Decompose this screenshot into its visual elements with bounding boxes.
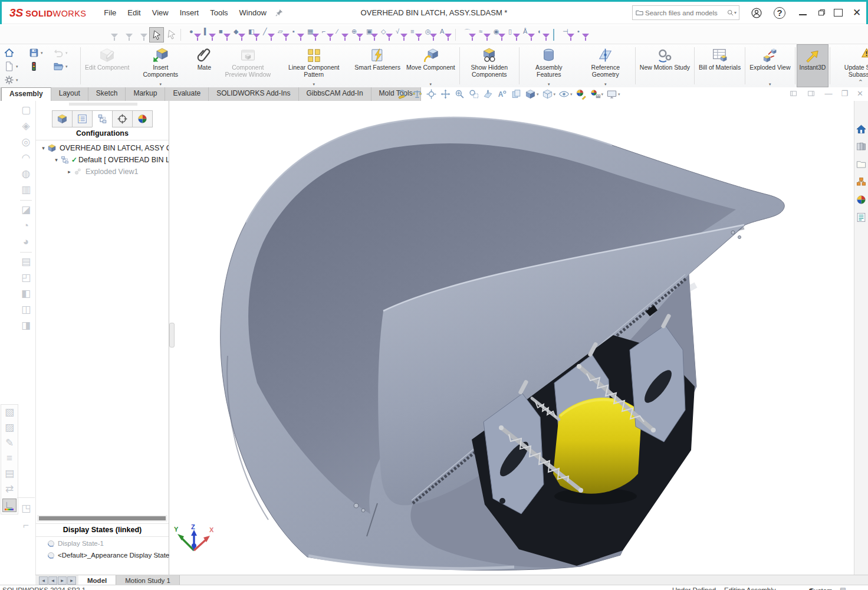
filter-icon[interactable]: ◇ — [380, 27, 394, 42]
toolbar-icon[interactable]: ∟ — [2, 499, 17, 512]
feature-manager-tab[interactable] — [72, 110, 93, 127]
toolbar-icon[interactable]: ▧ — [5, 407, 14, 419]
ribbon-button[interactable]: Bill of Materials — [696, 44, 744, 87]
expand-icon[interactable]: ▸ — [65, 169, 73, 175]
ribbon-button[interactable]: Mate — [189, 44, 219, 87]
minimize-button[interactable] — [794, 5, 811, 20]
filter-icon[interactable] — [149, 27, 164, 42]
toolbar-icon[interactable]: ◪ — [21, 204, 31, 217]
toolbar-icon[interactable]: ▥ — [21, 184, 31, 196]
filter-icon[interactable]: ◧ — [247, 27, 262, 42]
command-tab[interactable]: Sketch — [88, 87, 126, 101]
ribbon-button[interactable]: New Motion Study — [637, 44, 693, 87]
ribbon-button[interactable] — [745, 47, 745, 84]
filter-icon[interactable]: ◉ — [492, 27, 507, 42]
display-state-row[interactable]: <Default>_Appearance Display State — [36, 549, 169, 561]
search-dropdown-icon[interactable]: ▾ — [734, 10, 737, 15]
filter-icon[interactable] — [180, 29, 186, 41]
panel-grab-handle[interactable] — [169, 323, 175, 348]
command-tab[interactable]: Layout — [51, 87, 88, 101]
quick-access-button[interactable]: ▾ — [53, 61, 73, 72]
pin-menu-icon[interactable] — [275, 8, 284, 17]
ribbon-button[interactable] — [635, 47, 636, 84]
search-input[interactable] — [644, 9, 726, 17]
toolbar-icon[interactable]: ≡ — [6, 453, 12, 465]
feature-manager-tab[interactable] — [112, 110, 133, 127]
filter-icon[interactable] — [164, 27, 179, 42]
ribbon-button[interactable]: Component Preview Window — [219, 44, 276, 87]
tree-row[interactable]: ▾ ✓ Default [ OVERHEAD BIN LATC — [36, 154, 169, 166]
toolbar-icon[interactable]: ▨ — [5, 422, 14, 434]
display-state-row[interactable]: Display State-1 — [36, 537, 169, 549]
ribbon-button[interactable]: Reference Geometry — [577, 44, 634, 87]
filter-icon[interactable]: ▪ — [291, 27, 306, 42]
toolbar-icon[interactable]: ◨ — [21, 320, 31, 332]
menu-item[interactable]: View — [152, 8, 169, 17]
expand-icon[interactable]: ▾ — [52, 157, 60, 163]
headsup-button[interactable] — [396, 88, 410, 100]
ribbon-button[interactable]: Show Hidden Components — [461, 44, 518, 87]
panel-splitter[interactable] — [37, 515, 167, 522]
toolbar-icon[interactable]: ◕ — [23, 236, 29, 248]
feature-manager-tab[interactable] — [132, 110, 153, 127]
menu-item[interactable]: Insert — [180, 8, 199, 17]
graphics-viewport[interactable]: Y Z X — [169, 101, 854, 575]
maximize-button[interactable] — [829, 5, 847, 20]
filter-icon[interactable]: ╱ — [262, 27, 277, 42]
filter-icon[interactable] — [134, 27, 149, 42]
filter-icon[interactable]: Å — [522, 27, 537, 42]
pane-left-icon[interactable] — [789, 90, 798, 97]
ribbon-button[interactable] — [519, 47, 520, 84]
command-tab[interactable]: SOLIDWORKS Add-Ins — [209, 87, 298, 101]
ribbon-button[interactable] — [694, 47, 695, 84]
ribbon-button[interactable]: Linear Component Pattern — [276, 44, 351, 87]
filter-icon[interactable]: ⊕ — [350, 27, 365, 42]
headsup-button[interactable] — [481, 88, 495, 100]
command-tab[interactable]: Assembly — [1, 87, 51, 101]
model-overhead-bin-latch[interactable] — [169, 101, 854, 575]
headsup-button[interactable] — [509, 88, 523, 100]
filter-icon[interactable]: ● — [188, 27, 203, 42]
feature-manager-tab[interactable] — [92, 110, 113, 127]
filter-icon[interactable] — [553, 29, 560, 41]
filter-icon[interactable]: ◎ — [424, 27, 439, 42]
quick-access-button[interactable] — [28, 61, 53, 72]
filter-icon[interactable]: ≡ — [409, 27, 424, 42]
tag-icon[interactable]: ▧ — [840, 586, 846, 590]
toolbar-icon[interactable]: ◫ — [21, 304, 31, 316]
help-icon[interactable]: ? — [774, 7, 785, 19]
filter-icon[interactable]: ▱ — [277, 27, 291, 42]
filter-icon[interactable]: • — [576, 27, 591, 42]
headsup-button[interactable] — [453, 88, 466, 100]
toolbar-icon[interactable]: ◳ — [21, 503, 31, 515]
filter-icon[interactable]: ≈ — [478, 27, 492, 42]
menu-item[interactable]: Edit — [127, 8, 140, 17]
filter-icon[interactable]: ■ — [218, 27, 232, 42]
headsup-button[interactable] — [495, 88, 509, 100]
filter-icon[interactable]: ⌒ — [463, 27, 478, 42]
toolbar-icon[interactable]: ▤ — [5, 468, 14, 480]
toolbar-icon[interactable]: ⇄ — [5, 483, 14, 496]
task-pane-tab[interactable] — [856, 194, 867, 208]
filter-icon[interactable]: ▣ — [365, 27, 380, 42]
toolbar-icon[interactable]: ▢ — [21, 104, 31, 117]
doc-minimize-icon[interactable]: — — [824, 89, 832, 98]
task-pane-tab[interactable] — [856, 176, 867, 190]
tree-row[interactable]: ▸ Exploded View1 — [36, 166, 169, 178]
filter-icon[interactable] — [455, 29, 461, 41]
task-pane-tab[interactable] — [856, 141, 867, 155]
restore-button[interactable] — [813, 5, 830, 20]
toolbar-icon[interactable]: ◧ — [21, 288, 31, 300]
menu-item[interactable]: Window — [239, 8, 267, 17]
headsup-button[interactable] — [467, 88, 481, 100]
headsup-button[interactable] — [425, 88, 438, 100]
headsup-button[interactable] — [541, 88, 557, 100]
toolbar-icon[interactable]: ◎ — [22, 136, 31, 149]
filter-icon[interactable]: A — [439, 27, 453, 42]
study-tab[interactable]: Model — [78, 575, 116, 585]
filter-icon[interactable]: ∕ — [336, 27, 350, 42]
study-nav-arrow-icon[interactable]: ▶ — [67, 576, 76, 585]
toolbar-icon[interactable]: ◔ — [23, 220, 29, 232]
ribbon-button[interactable]: Instant3D — [797, 44, 829, 87]
toolbar-icon[interactable]: ◰ — [21, 272, 31, 284]
